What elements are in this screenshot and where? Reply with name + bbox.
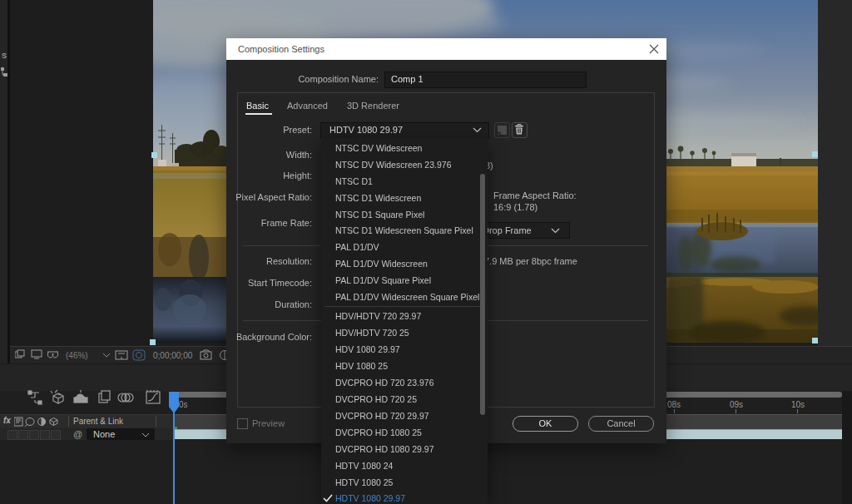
svg-text:(46%): (46%) (66, 351, 88, 360)
svg-text:0;00;00;00: 0;00;00;00 (153, 351, 193, 360)
